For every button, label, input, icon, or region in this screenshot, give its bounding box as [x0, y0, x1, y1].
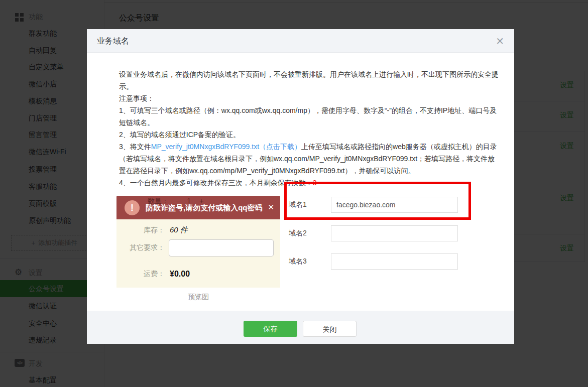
domain2-label: 域名2 — [289, 229, 307, 238]
dialog-header: 业务域名 ✕ — [87, 29, 514, 53]
stock-row: 库存： 60 件 — [121, 225, 188, 235]
warning-banner: 数量：−1＋ ! 防欺诈盗号,请勿支付或输入qq密码 ✕ — [116, 196, 280, 219]
domain1-label: 域名1 — [289, 200, 307, 209]
note-4: 4、一个自然月内最多可修改并保存三次，本月剩余保存次数：3 — [119, 177, 499, 189]
notes-title: 注意事项： — [119, 92, 499, 104]
security-warning-preview: 数量：−1＋ ! 防欺诈盗号,请勿支付或输入qq密码 ✕ 库存： 60 件 其它… — [116, 196, 280, 288]
other-requirements-input — [169, 239, 274, 256]
domain2-input[interactable] — [331, 225, 458, 241]
close-button[interactable]: 关闭 — [303, 321, 357, 337]
stock-value: 60 件 — [170, 225, 188, 235]
domain3-input[interactable] — [331, 253, 458, 270]
domain3-label: 域名3 — [289, 257, 307, 266]
dialog-title: 业务域名 — [97, 29, 129, 53]
note-3: 3、将文件MP_verify_jt0MNxgxBdRYF099.txt（点击下载… — [119, 141, 499, 177]
dialog-instructions: 设置业务域名后，在微信内访问该域名下页面时，不会被重新排版。用户在该域名上进行输… — [119, 68, 499, 189]
verify-file-download-link[interactable]: MP_verify_jt0MNxgxBdRYF099.txt（点击下载） — [151, 143, 301, 151]
business-domain-dialog: 业务域名 ✕ 设置业务域名后，在微信内访问该域名下页面时，不会被重新排版。用户在… — [87, 29, 514, 344]
close-icon[interactable]: ✕ — [496, 35, 504, 47]
dialog-footer: 保存 关闭 — [87, 311, 514, 344]
note-1: 1、可填写三个域名或路径（例：wx.qq.com或wx.qq.com/mp），需… — [119, 104, 499, 128]
intro-text: 设置业务域名后，在微信内访问该域名下页面时，不会被重新排版。用户在该域名上进行输… — [119, 68, 499, 92]
preview-card-body: 库存： 60 件 其它要求： 运费： ¥0.00 — [116, 219, 280, 288]
remaining-saves-count: 3 — [313, 179, 317, 187]
warning-close-icon: ✕ — [268, 203, 274, 212]
shipping-value: ¥0.00 — [170, 270, 190, 279]
shipping-row: 运费： ¥0.00 — [121, 270, 190, 279]
other-requirements-row: 其它要求： — [121, 239, 274, 256]
save-button[interactable]: 保存 — [244, 321, 297, 337]
domain1-input[interactable] — [331, 197, 458, 213]
warning-text: 防欺诈盗号,请勿支付或输入qq密码 — [146, 203, 263, 213]
warning-exclamation-icon: ! — [125, 200, 140, 215]
note-2: 2、填写的域名须通过ICP备案的验证。 — [119, 128, 499, 141]
preview-caption: 预览图 — [116, 293, 280, 302]
